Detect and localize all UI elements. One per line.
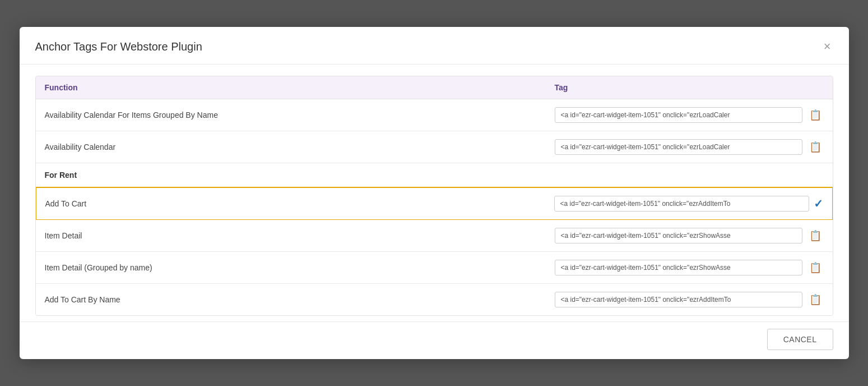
table-row: Availability Calendar 📋 bbox=[36, 131, 833, 163]
tag-input[interactable] bbox=[555, 292, 802, 307]
cancel-button[interactable]: CANCEL bbox=[767, 329, 833, 350]
function-label: Item Detail (Grouped by name) bbox=[45, 263, 555, 272]
modal-title: Anchor Tags For Webstore Plugin bbox=[35, 40, 202, 53]
tag-cell: 📋 bbox=[555, 228, 824, 243]
clipboard-icon: 📋 bbox=[809, 141, 821, 153]
clipboard-icon: 📋 bbox=[809, 293, 821, 306]
tag-input[interactable] bbox=[555, 107, 802, 123]
tag-cell: 📋 bbox=[555, 107, 824, 123]
table-row: Add To Cart By Name 📋 bbox=[36, 284, 833, 315]
copy-button[interactable]: 📋 bbox=[807, 140, 824, 154]
copy-button[interactable]: 📋 bbox=[807, 292, 824, 307]
function-label: Item Detail bbox=[45, 231, 555, 240]
tag-input[interactable] bbox=[555, 260, 802, 275]
table-header-row: Function Tag bbox=[36, 76, 833, 99]
check-icon: ✓ bbox=[814, 197, 823, 210]
copy-button[interactable]: 📋 bbox=[807, 260, 824, 275]
function-label: Add To Cart By Name bbox=[45, 295, 555, 304]
section-header-for-rent: For Rent bbox=[36, 163, 833, 187]
table-row: Item Detail 📋 bbox=[36, 220, 833, 252]
clipboard-icon: 📋 bbox=[809, 261, 821, 274]
section-label: For Rent bbox=[45, 171, 77, 180]
anchor-tags-table: Function Tag Availability Calendar For I… bbox=[35, 76, 833, 316]
function-label: Availability Calendar For Items Grouped … bbox=[45, 111, 555, 120]
tag-cell: 📋 bbox=[555, 292, 824, 307]
function-label: Add To Cart bbox=[45, 199, 554, 208]
table-row: Availability Calendar For Items Grouped … bbox=[36, 99, 833, 131]
modal-body: Function Tag Availability Calendar For I… bbox=[20, 65, 849, 321]
table-row: Item Detail (Grouped by name) 📋 bbox=[36, 252, 833, 284]
table-row-selected[interactable]: Add To Cart ✓ bbox=[35, 187, 833, 220]
tag-input[interactable] bbox=[555, 139, 802, 155]
tag-input[interactable] bbox=[555, 228, 802, 243]
modal-dialog: Anchor Tags For Webstore Plugin × Functi… bbox=[20, 27, 849, 359]
column-header-tag: Tag bbox=[555, 83, 824, 92]
tag-cell: 📋 bbox=[555, 260, 824, 275]
column-header-function: Function bbox=[45, 83, 555, 92]
copy-button[interactable]: 📋 bbox=[807, 228, 824, 243]
modal-header: Anchor Tags For Webstore Plugin × bbox=[20, 27, 849, 65]
tag-cell: 📋 bbox=[555, 139, 824, 155]
function-label: Availability Calendar bbox=[45, 143, 555, 151]
copy-button[interactable]: 📋 bbox=[807, 108, 824, 122]
modal-footer: CANCEL bbox=[20, 321, 849, 359]
tag-cell: ✓ bbox=[554, 196, 823, 212]
modal-overlay: Anchor Tags For Webstore Plugin × Functi… bbox=[0, 0, 868, 386]
tag-input[interactable] bbox=[554, 196, 809, 212]
clipboard-icon: 📋 bbox=[809, 229, 821, 242]
close-button[interactable]: × bbox=[821, 38, 833, 55]
clipboard-icon: 📋 bbox=[809, 109, 821, 121]
